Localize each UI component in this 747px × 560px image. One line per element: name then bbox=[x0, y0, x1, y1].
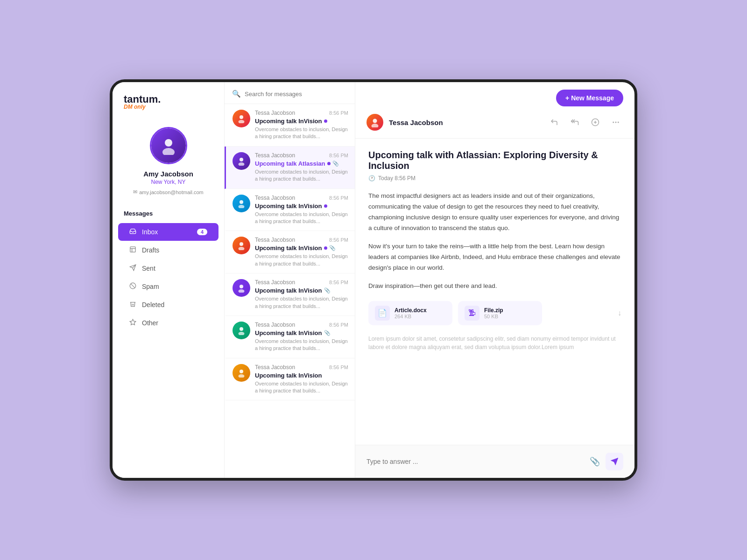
search-bar: 🔍 bbox=[225, 82, 355, 104]
message-subject: Upcoming talk InVision bbox=[255, 203, 322, 210]
svg-marker-33 bbox=[611, 458, 618, 465]
reply-all-icon[interactable] bbox=[567, 115, 582, 130]
list-item[interactable]: Tessa Jacobson 8:56 PM Upcoming talk Atl… bbox=[225, 147, 355, 189]
attachment-name: Article.docx bbox=[395, 307, 446, 314]
message-preview: Overcome obstacles to inclusion, Design … bbox=[255, 168, 348, 183]
list-item[interactable]: Tessa Jacobson 8:56 PM Upcoming talk InV… bbox=[225, 358, 355, 401]
mail-icon: ✉ bbox=[133, 189, 137, 195]
search-icon: 🔍 bbox=[232, 90, 241, 98]
attachment-name: File.zip bbox=[484, 307, 536, 314]
svg-line-8 bbox=[131, 284, 135, 288]
svg-point-30 bbox=[615, 122, 616, 123]
message-preview: Overcome obstacles to inclusion, Design … bbox=[255, 253, 348, 267]
attachment-info: Article.docx 264 KB bbox=[395, 307, 446, 319]
forward-icon[interactable] bbox=[588, 115, 603, 130]
message-subject: Upcoming talk InVision bbox=[255, 372, 322, 379]
message-content: Tessa Jacobson 8:56 PM Upcoming talk InV… bbox=[255, 364, 348, 395]
message-content: Tessa Jacobson 8:56 PM Upcoming talk InV… bbox=[255, 110, 348, 140]
app-container: tantum. DM only Amy Jacobson New York, N… bbox=[110, 79, 637, 481]
sender-avatar bbox=[366, 114, 383, 131]
sidebar-item-deleted[interactable]: Deleted bbox=[118, 296, 218, 314]
more-icon[interactable] bbox=[608, 115, 623, 130]
messages-section-label: Messages bbox=[113, 206, 224, 223]
email-body-3: Draw inspiration—then get out there and … bbox=[368, 281, 621, 292]
message-preview: Overcome obstacles to inclusion, Design … bbox=[255, 126, 348, 140]
list-item[interactable]: Tessa Jacobson 8:56 PM Upcoming talk InV… bbox=[225, 316, 355, 358]
svg-point-19 bbox=[239, 289, 245, 293]
sidebar-item-spam[interactable]: Spam bbox=[118, 278, 218, 295]
message-content: Tessa Jacobson 8:56 PM Upcoming talk InV… bbox=[255, 279, 348, 310]
avatar-ring bbox=[150, 127, 187, 164]
attachment-card[interactable]: 📄 Article.docx 264 KB bbox=[368, 301, 452, 325]
email-body-2: Now it's your turn to take the reins—wit… bbox=[368, 241, 621, 273]
logo: tantum. DM only bbox=[113, 93, 224, 119]
sidebar-item-drafts[interactable]: Drafts bbox=[118, 241, 218, 259]
svg-marker-9 bbox=[130, 319, 136, 325]
sender-name: Tessa Jacobson bbox=[389, 119, 443, 126]
lorem-text: Lorem ipsum dolor sit amet, consetetur s… bbox=[368, 335, 621, 351]
attachment-size: 50 KB bbox=[484, 314, 536, 319]
logo-sub: DM only bbox=[124, 104, 213, 110]
attachment-indicator: 📎 bbox=[324, 287, 331, 294]
attachment-indicator: 📎 bbox=[332, 161, 339, 167]
message-list-panel: 🔍 Tessa Jacobson 8:56 PM Upcoming talk I… bbox=[225, 82, 355, 478]
search-input[interactable] bbox=[245, 91, 347, 98]
svg-point-29 bbox=[613, 122, 614, 123]
message-time: 8:56 PM bbox=[329, 280, 348, 285]
badge-inbox: 4 bbox=[197, 229, 207, 235]
attach-icon[interactable]: 📎 bbox=[590, 456, 600, 467]
list-item[interactable]: Tessa Jacobson 8:56 PM Upcoming talk InV… bbox=[225, 104, 355, 147]
message-time: 8:56 PM bbox=[329, 322, 348, 328]
svg-point-14 bbox=[240, 200, 243, 204]
email-subject: Upcoming talk with Atlassian: Exploring … bbox=[368, 150, 621, 171]
list-item[interactable]: Tessa Jacobson 8:56 PM Upcoming talk InV… bbox=[225, 273, 355, 316]
attachments-container: 📄 Article.docx 264 KB 🗜 File.zip 50 KB bbox=[368, 301, 612, 325]
reply-icon[interactable] bbox=[547, 115, 562, 130]
sidebar-item-inbox[interactable]: Inbox 4 bbox=[118, 223, 218, 241]
message-preview: Overcome obstacles to inclusion, Design … bbox=[255, 295, 348, 310]
svg-point-12 bbox=[240, 158, 243, 161]
reply-input[interactable] bbox=[366, 458, 584, 465]
message-content: Tessa Jacobson 8:56 PM Upcoming talk InV… bbox=[255, 237, 348, 267]
svg-point-23 bbox=[239, 374, 245, 378]
sidebar-item-other[interactable]: Other bbox=[118, 314, 218, 332]
nav-label-inbox: Inbox bbox=[142, 228, 158, 236]
attachment-info: File.zip 50 KB bbox=[484, 307, 536, 319]
email-header: Tessa Jacobson bbox=[355, 106, 634, 139]
nav-label-sent: Sent bbox=[142, 265, 155, 272]
main-content: + New Message Tessa Jacobson bbox=[355, 82, 634, 478]
drafts-icon bbox=[129, 246, 136, 254]
deleted-icon bbox=[129, 301, 136, 309]
list-item[interactable]: Tessa Jacobson 8:56 PM Upcoming talk InV… bbox=[225, 231, 355, 273]
message-avatar bbox=[233, 110, 250, 127]
message-sender: Tessa Jacobson bbox=[255, 322, 295, 328]
message-content: Tessa Jacobson 8:56 PM Upcoming talk InV… bbox=[255, 322, 348, 352]
profile-name: Amy Jacobson bbox=[143, 170, 193, 178]
list-item[interactable]: Tessa Jacobson 8:56 PM Upcoming talk InV… bbox=[225, 189, 355, 231]
attachment-indicator: 📎 bbox=[329, 245, 336, 251]
download-icon[interactable]: ↓ bbox=[618, 309, 621, 317]
message-avatar bbox=[233, 279, 250, 297]
attachment-card[interactable]: 🗜 File.zip 50 KB bbox=[458, 301, 542, 325]
new-message-button[interactable]: + New Message bbox=[556, 90, 623, 106]
profile-location: New York, NY bbox=[151, 179, 185, 185]
message-avatar bbox=[233, 364, 250, 382]
svg-point-16 bbox=[240, 242, 243, 246]
message-content: Tessa Jacobson 8:56 PM Upcoming talk Atl… bbox=[255, 152, 348, 183]
attachment-size: 264 KB bbox=[395, 314, 446, 319]
email-header-left: Tessa Jacobson bbox=[366, 114, 443, 131]
reply-bar: 📎 bbox=[355, 445, 634, 478]
message-sender: Tessa Jacobson bbox=[255, 364, 295, 371]
unread-dot bbox=[324, 204, 327, 208]
email-date: Today 8:56 PM bbox=[378, 175, 416, 182]
svg-point-24 bbox=[373, 119, 377, 123]
message-subject: Upcoming talk InVision bbox=[255, 118, 322, 125]
svg-point-25 bbox=[372, 124, 379, 127]
send-button[interactable] bbox=[606, 453, 623, 470]
svg-point-21 bbox=[239, 332, 245, 335]
other-icon bbox=[129, 319, 136, 327]
sidebar-item-sent[interactable]: Sent bbox=[118, 259, 218, 277]
sent-icon bbox=[129, 264, 136, 273]
profile-email-row: ✉ amy.jacobson@hotmail.com bbox=[133, 189, 204, 195]
svg-point-17 bbox=[239, 247, 245, 250]
